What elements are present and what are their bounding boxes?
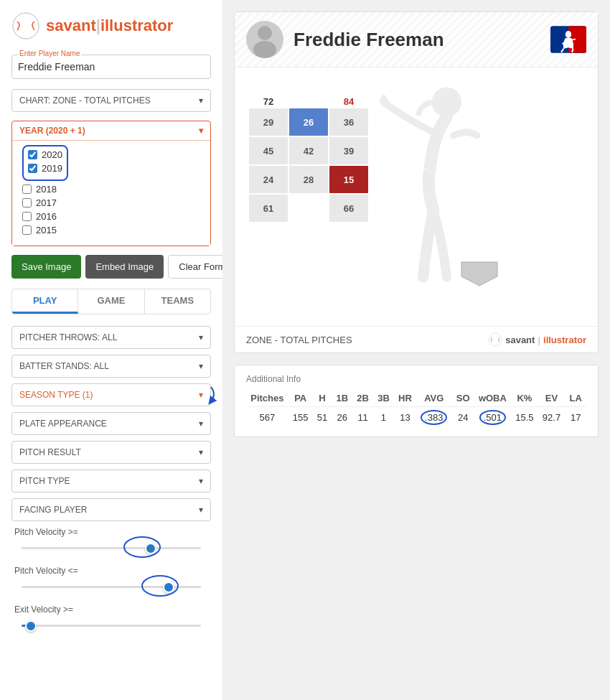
year-checkbox-2015[interactable] <box>22 225 32 235</box>
filter-pitch-result[interactable]: PITCH RESULT ▾ <box>11 441 211 464</box>
filter-season-type-arrow: ▾ <box>199 390 203 400</box>
year-label: YEAR (2020 + 1) <box>19 126 85 136</box>
zone-cell-3-3: 15 <box>329 166 368 193</box>
logo-baseball-icon <box>11 11 40 40</box>
svg-point-5 <box>253 41 276 58</box>
player-avatar-svg <box>246 21 283 58</box>
viz-footer-chart-label: ZONE - TOTAL PITCHES <box>246 335 352 345</box>
col-pitches: Pitches <box>246 390 288 407</box>
embed-image-button[interactable]: Embed Image <box>85 255 164 279</box>
logo-illustrator: illustrator <box>100 17 173 34</box>
filter-pitch-result-arrow: ▾ <box>199 447 203 457</box>
pitch-velocity-lte-slider[interactable] <box>22 580 201 594</box>
zone-grid: 29 26 36 45 42 39 24 28 15 61 <box>249 108 368 222</box>
viz-footer-brand: savant | illustrator <box>488 332 586 347</box>
player-name-input[interactable] <box>18 58 205 75</box>
zone-cell-2-2: 42 <box>289 137 328 164</box>
tab-teams[interactable]: TEAMS <box>145 289 210 314</box>
year-item-2016: 2016 <box>22 211 200 222</box>
mlb-logo <box>550 25 586 54</box>
filter-batter-stands-arrow: ▾ <box>199 361 203 371</box>
exit-velocity-gte-slider[interactable] <box>22 619 201 633</box>
year-arrow: ▾ <box>199 126 203 136</box>
val-pitches: 567 <box>246 407 288 429</box>
chart-dropdown-arrow: ▾ <box>199 95 203 106</box>
viz-area: 72 84 29 26 36 45 42 39 <box>235 67 598 326</box>
zone-cell-4-3: 66 <box>329 195 368 222</box>
woba-circle-annotation: .501 <box>479 410 506 425</box>
visualization-card: Freddie Freeman <box>234 11 599 353</box>
col-ev: EV <box>538 390 566 407</box>
year-circle-highlight: 2020 2019 <box>22 145 68 181</box>
exit-velocity-gte-section: Exit Velocity >= <box>11 605 211 633</box>
filter-facing-player-arrow: ▾ <box>199 505 203 515</box>
stats-table: Pitches PA H 1B 2B 3B HR AVG SO wOBA K% … <box>246 390 586 428</box>
val-pa: 155 <box>288 407 313 429</box>
logo: savant|illustrator <box>11 11 211 40</box>
zone-top-label-right: 84 <box>329 96 368 107</box>
tab-play[interactable]: PLAY <box>12 289 78 314</box>
zone-top-label-mid <box>289 96 328 107</box>
val-ev: 92.7 <box>538 407 566 429</box>
val-la: 17 <box>565 407 586 429</box>
chart-dropdown[interactable]: CHART: ZONE - TOTAL PITCHES ▾ <box>11 89 211 112</box>
viz-footer-brand-illustrator: illustrator <box>543 335 586 345</box>
svg-point-8 <box>566 31 571 38</box>
viz-footer: ZONE - TOTAL PITCHES savant | illustrato… <box>235 326 598 353</box>
zone-cell-1-2: 26 <box>289 108 328 136</box>
year-section: YEAR (2020 + 1) ▾ 2020 2019 2018 <box>11 121 211 246</box>
zone-grid-container: 72 84 29 26 36 45 42 39 <box>249 96 368 222</box>
zone-cell-1-1: 29 <box>249 108 288 136</box>
year-checkbox-2016[interactable] <box>22 212 32 221</box>
year-list: 2020 2019 2018 2017 2016 201 <box>12 140 210 246</box>
filter-season-type-wrapper: SEASON TYPE (1) ▾ <box>11 383 211 406</box>
filter-plate-appearance-arrow: ▾ <box>199 419 203 429</box>
col-k: K% <box>511 390 538 407</box>
save-image-button[interactable]: Save Image <box>11 255 81 279</box>
tab-game[interactable]: GAME <box>78 289 144 314</box>
player-header: Freddie Freeman <box>235 12 598 67</box>
col-1b: 1B <box>332 390 352 407</box>
filter-season-type[interactable]: SEASON TYPE (1) ▾ <box>11 383 211 406</box>
filter-pitch-type[interactable]: PITCH TYPE ▾ <box>11 470 211 493</box>
col-2b: 2B <box>352 390 373 407</box>
player-name-display: Freddie Freeman <box>294 29 550 51</box>
svg-marker-11 <box>461 262 497 286</box>
filter-plate-appearance[interactable]: PLATE APPEARANCE ▾ <box>11 412 211 435</box>
right-panel-inner: Freddie Freeman <box>234 11 599 437</box>
filter-pitcher-throws-arrow: ▾ <box>199 332 203 342</box>
year-checkbox-2017[interactable] <box>22 198 32 207</box>
zone-top-labels: 72 84 <box>249 96 368 107</box>
year-item-2017: 2017 <box>22 197 200 208</box>
filter-batter-stands[interactable]: BATTER STANDS: ALL ▾ <box>11 355 211 378</box>
zone-cell-4-2 <box>289 195 328 222</box>
filter-facing-player[interactable]: FACING PLAYER ▾ <box>11 498 211 521</box>
col-woba: wOBA <box>474 390 511 407</box>
val-so: 24 <box>452 407 474 429</box>
stats-section: Additional Info Pitches PA H 1B 2B 3B HR… <box>235 365 598 437</box>
pitch-velocity-gte-slider[interactable] <box>22 541 201 556</box>
col-3b: 3B <box>373 390 394 407</box>
stats-data-row: 567 155 51 26 11 1 13 .383 24 <box>246 407 586 429</box>
filter-pitch-type-arrow: ▾ <box>199 476 203 486</box>
val-3b: 1 <box>373 407 394 429</box>
year-checkbox-2019[interactable] <box>28 164 37 173</box>
col-h: H <box>313 390 332 407</box>
zone-cell-3-1: 24 <box>249 166 288 193</box>
col-hr: HR <box>394 390 416 407</box>
year-checkbox-2020[interactable] <box>28 150 37 159</box>
stats-additional-info: Additional Info <box>246 374 586 384</box>
zone-cell-4-1: 61 <box>249 195 288 222</box>
year-item-2015: 2015 <box>22 225 200 235</box>
exit-velocity-gte-thumb[interactable] <box>25 620 37 632</box>
player-avatar <box>246 21 283 58</box>
year-header[interactable]: YEAR (2020 + 1) ▾ <box>12 121 210 140</box>
filter-pitcher-throws[interactable]: PITCHER THROWS: ALL ▾ <box>11 326 211 349</box>
viz-footer-brand-savant: savant <box>505 335 535 345</box>
pitch-velocity-gte-thumb[interactable] <box>145 543 156 554</box>
year-checkbox-2018[interactable] <box>22 185 32 194</box>
pitch-velocity-lte-thumb[interactable] <box>163 582 174 593</box>
zone-cell-2-3: 39 <box>329 137 368 164</box>
chart-dropdown-label: CHART: ZONE - TOTAL PITCHES <box>19 95 151 106</box>
zone-cell-2-1: 45 <box>249 137 288 164</box>
